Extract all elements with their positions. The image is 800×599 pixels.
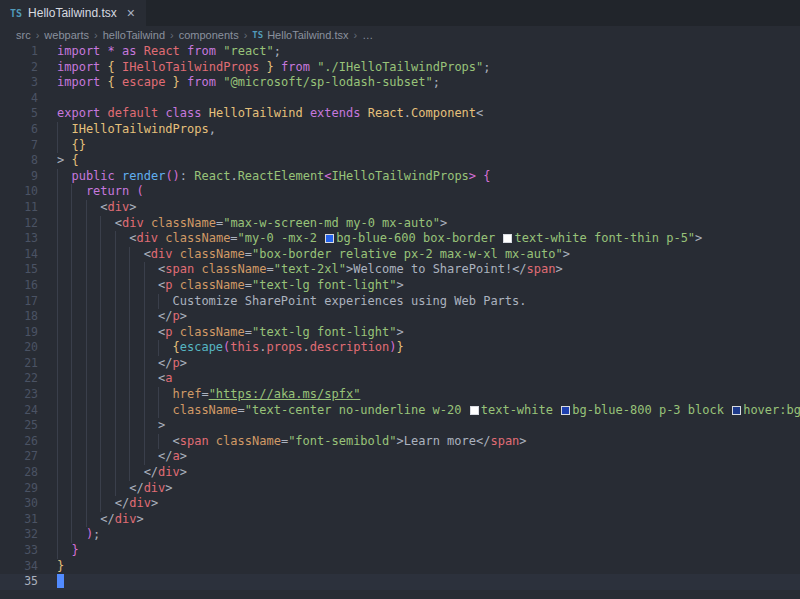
code-line-29[interactable]: 29</div> xyxy=(0,481,800,497)
code-line-20[interactable]: 20{escape(this.props.description)} xyxy=(0,340,800,356)
breadcrumb-item-webparts[interactable]: webparts xyxy=(44,29,89,41)
code-line-3[interactable]: 3import { escape } from "@microsoft/sp-l… xyxy=(0,75,800,91)
code-line-33[interactable]: 33} xyxy=(0,543,800,559)
code-token: > xyxy=(397,325,404,339)
breadcrumb-item-helloTailwind[interactable]: helloTailwind xyxy=(103,29,165,41)
indent-guide xyxy=(57,356,71,372)
code-line-35[interactable]: 35 xyxy=(0,574,800,590)
code-line-14[interactable]: 14<div className="box-border relative px… xyxy=(0,247,800,263)
breadcrumb-item-file[interactable]: TSHelloTailwind.tsx xyxy=(252,29,348,41)
code-token: href xyxy=(173,387,202,401)
code-line-31[interactable]: 31</div> xyxy=(0,512,800,528)
code-line-17[interactable]: 17Customize SharePoint experiences using… xyxy=(0,294,800,310)
breadcrumb-item-src[interactable]: src xyxy=(16,29,31,41)
code-token: span xyxy=(180,434,216,448)
code-token: "text-2xl" xyxy=(274,262,346,276)
line-number: 14 xyxy=(0,247,38,263)
code-line-30[interactable]: 30</div> xyxy=(0,496,800,512)
code-line-32[interactable]: 32); xyxy=(0,527,800,543)
code-text: </a> xyxy=(38,449,187,465)
code-token: a xyxy=(173,449,180,463)
code-token: < xyxy=(324,169,331,183)
indent-guide xyxy=(129,262,143,278)
indent-guide xyxy=(115,449,129,465)
code-text: Customize SharePoint experiences using W… xyxy=(38,294,527,310)
code-token: className xyxy=(201,262,266,276)
tailwind-color-swatch xyxy=(503,234,512,243)
code-line-18[interactable]: 18</p> xyxy=(0,309,800,325)
code-line-7[interactable]: 7{} xyxy=(0,138,800,154)
indent-guide xyxy=(115,356,129,372)
code-line-25[interactable]: 25> xyxy=(0,418,800,434)
code-line-21[interactable]: 21</p> xyxy=(0,356,800,372)
indent-guide xyxy=(71,449,85,465)
code-line-16[interactable]: 16<p className="text-lg font-light"> xyxy=(0,278,800,294)
line-number: 19 xyxy=(0,325,38,341)
code-line-12[interactable]: 12<div className="max-w-screen-md my-0 m… xyxy=(0,216,800,232)
indent-guide xyxy=(57,527,71,543)
indent-guide xyxy=(115,278,129,294)
code-line-27[interactable]: 27</a> xyxy=(0,449,800,465)
line-number: 35 xyxy=(0,574,38,590)
code-token: { xyxy=(108,60,122,74)
code-line-10[interactable]: 10return ( xyxy=(0,184,800,200)
indent-guide xyxy=(100,231,114,247)
code-token: "text-center no-underline w-20 xyxy=(245,403,469,417)
code-line-8[interactable]: 8> { xyxy=(0,153,800,169)
indent-guide xyxy=(57,200,71,216)
indent-guide xyxy=(129,387,143,403)
code-line-23[interactable]: 23href="https://aka.ms/spfx" xyxy=(0,387,800,403)
code-line-15[interactable]: 15<span className="text-2xl">Welcome to … xyxy=(0,262,800,278)
code-token: div xyxy=(158,465,180,479)
code-token: > xyxy=(563,247,570,261)
indent-guide xyxy=(100,418,114,434)
code-token: IHelloTailwindProps xyxy=(71,122,208,136)
indent-guide xyxy=(129,465,143,481)
close-tab-icon[interactable]: × xyxy=(127,6,135,20)
indent-guide xyxy=(100,356,114,372)
indent-guide xyxy=(86,481,100,497)
code-text: <div className="my-0 -mx-2 bg-blue-600 b… xyxy=(38,231,702,247)
code-line-24[interactable]: 24className="text-center no-underline w-… xyxy=(0,403,800,419)
line-number: 25 xyxy=(0,418,38,434)
breadcrumb-separator: › xyxy=(94,29,98,41)
code-text: return ( xyxy=(38,184,144,200)
code-line-6[interactable]: 6IHelloTailwindProps, xyxy=(0,122,800,138)
code-line-11[interactable]: 11<div> xyxy=(0,200,800,216)
code-token: escape xyxy=(180,340,223,354)
code-token: </ xyxy=(158,449,172,463)
code-token: p xyxy=(165,325,179,339)
code-token: text-white font-thin p-5" xyxy=(514,231,695,245)
code-line-19[interactable]: 19<p className="text-lg font-light"> xyxy=(0,325,800,341)
code-token: > xyxy=(57,153,71,167)
code-editor[interactable]: 1import * as React from "react";2import … xyxy=(0,44,800,599)
code-line-5[interactable]: 5export default class HelloTailwind exte… xyxy=(0,106,800,122)
breadcrumb-symbol-tail[interactable]: … xyxy=(362,29,373,41)
code-line-34[interactable]: 34} xyxy=(0,559,800,575)
code-token: p xyxy=(165,278,179,292)
code-token: Component xyxy=(411,106,476,120)
indent-guide xyxy=(71,481,85,497)
indent-guide xyxy=(57,340,71,356)
code-line-9[interactable]: 9public render(): React.ReactElement<IHe… xyxy=(0,169,800,185)
indent-guide xyxy=(100,340,114,356)
code-line-2[interactable]: 2import { IHelloTailwindProps } from "./… xyxy=(0,60,800,76)
indent-guide xyxy=(57,403,71,419)
tab-hellotailwind[interactable]: TS HelloTailwind.tsx × xyxy=(0,0,146,26)
line-number: 28 xyxy=(0,465,38,481)
code-line-28[interactable]: 28</div> xyxy=(0,465,800,481)
indent-guide xyxy=(71,294,85,310)
breadcrumb-item-components[interactable]: components xyxy=(179,29,239,41)
code-token: </ xyxy=(115,496,129,510)
code-token: div xyxy=(136,231,165,245)
code-line-26[interactable]: 26<span className="font-semibold">Learn … xyxy=(0,434,800,450)
code-line-1[interactable]: 1import * as React from "react"; xyxy=(0,44,800,60)
code-line-22[interactable]: 22<a xyxy=(0,371,800,387)
code-line-13[interactable]: 13<div className="my-0 -mx-2 bg-blue-600… xyxy=(0,231,800,247)
indent-guide xyxy=(129,434,143,450)
code-token: "max-w-screen-md my-0 mx-auto" xyxy=(223,216,440,230)
code-line-4[interactable]: 4 xyxy=(0,91,800,107)
code-token: div xyxy=(115,512,137,526)
line-number: 21 xyxy=(0,356,38,372)
line-number: 17 xyxy=(0,294,38,310)
